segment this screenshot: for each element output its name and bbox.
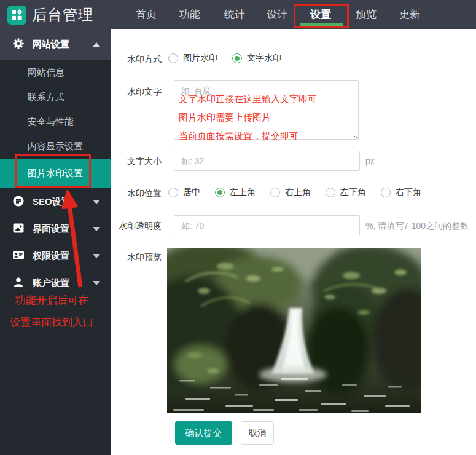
sidebar-item-website-info[interactable]: 网站信息 bbox=[0, 60, 111, 85]
sidebar-section-interface[interactable]: 界面设置 bbox=[0, 215, 111, 242]
user-icon bbox=[12, 276, 25, 290]
chevron-down-icon bbox=[93, 227, 100, 231]
logo-grid-gear-icon bbox=[7, 6, 26, 25]
radio-circle[interactable] bbox=[168, 53, 178, 63]
nav-home[interactable]: 首页 bbox=[136, 0, 157, 29]
watermark-preview-image bbox=[167, 248, 421, 413]
text-size-label: 文字大小 bbox=[111, 156, 162, 167]
app-title: 后台管理 bbox=[32, 5, 93, 25]
radio-label: 左下角 bbox=[340, 187, 366, 198]
radio-label: 居中 bbox=[183, 187, 200, 198]
nav-preview[interactable]: 预览 bbox=[356, 0, 377, 29]
watermark-text-label: 水印文字 bbox=[111, 87, 162, 98]
sidebar-item-contact[interactable]: 联系方式 bbox=[0, 85, 111, 109]
sidebar-item-content-display[interactable]: 内容显示设置 bbox=[0, 134, 111, 159]
annotation-note-line2: 设置里面找到入口 bbox=[10, 315, 93, 330]
radio-position-top-right[interactable]: 右上角 bbox=[270, 187, 311, 198]
topbar: 后台管理 首页 功能 统计 设计 设置 预览 更新 bbox=[0, 0, 476, 29]
cancel-button[interactable]: 取消 bbox=[241, 421, 274, 445]
radio-circle-checked[interactable] bbox=[215, 188, 225, 197]
radio-image-watermark[interactable]: 图片水印 bbox=[168, 53, 217, 64]
sidebar-section-seo[interactable]: SEO设置 bbox=[0, 188, 111, 215]
id-card-icon bbox=[12, 249, 25, 263]
sidebar-section-website-settings[interactable]: 网站设置 bbox=[0, 29, 111, 60]
radio-text-watermark[interactable]: 文字水印 bbox=[232, 53, 281, 64]
list-circle-icon bbox=[12, 195, 25, 209]
radio-label: 文字水印 bbox=[247, 53, 281, 64]
nav-statistics[interactable]: 统计 bbox=[224, 0, 245, 29]
submit-button[interactable]: 确认提交 bbox=[175, 421, 232, 445]
annotation-box-settings-nav bbox=[294, 4, 349, 28]
radio-circle[interactable] bbox=[326, 188, 335, 197]
opacity-hint: %, 请填写7-100之间的整数 bbox=[365, 221, 469, 232]
radio-circle[interactable] bbox=[168, 188, 178, 197]
nav-features[interactable]: 功能 bbox=[179, 0, 200, 29]
radio-label: 右下角 bbox=[396, 187, 421, 198]
radio-position-bottom-right[interactable]: 右下角 bbox=[381, 187, 421, 198]
radio-circle[interactable] bbox=[381, 188, 391, 197]
opacity-input[interactable] bbox=[174, 215, 360, 235]
gear-icon bbox=[12, 38, 25, 52]
chevron-down-icon bbox=[93, 200, 100, 204]
radio-position-center[interactable]: 居中 bbox=[168, 187, 200, 198]
watermark-settings-form: 水印方式 图片水印 文字水印 水印文字 文字水印直接在这里输入文字即可 图片水印… bbox=[111, 29, 476, 455]
radio-label: 左上角 bbox=[230, 187, 256, 198]
radio-position-bottom-left[interactable]: 左下角 bbox=[326, 187, 366, 198]
watermark-type-label: 水印方式 bbox=[111, 54, 162, 65]
sidebar-section-label: 账户设置 bbox=[33, 277, 69, 289]
sidebar-section-label: 界面设置 bbox=[33, 223, 69, 235]
radio-label: 图片水印 bbox=[183, 53, 217, 64]
radio-circle[interactable] bbox=[270, 188, 280, 197]
preview-label: 水印预览 bbox=[111, 252, 162, 263]
logo[interactable]: 后台管理 bbox=[7, 5, 93, 25]
picture-icon bbox=[12, 222, 25, 236]
admin-app: 后台管理 首页 功能 统计 设计 设置 预览 更新 bbox=[0, 0, 476, 455]
opacity-label: 水印透明度 bbox=[111, 221, 162, 232]
sidebar: 网站设置 网站信息 联系方式 安全与性能 内容显示设置 图片水印设置 SEO设置 bbox=[0, 29, 111, 455]
radio-label: 右上角 bbox=[285, 187, 311, 198]
text-size-input[interactable] bbox=[174, 151, 360, 171]
nav-design[interactable]: 设计 bbox=[267, 0, 287, 29]
watermark-text-input[interactable] bbox=[174, 80, 359, 140]
text-size-unit: px bbox=[365, 156, 375, 166]
radio-position-top-left[interactable]: 左上角 bbox=[215, 187, 256, 198]
sidebar-section-label: SEO设置 bbox=[33, 196, 71, 208]
sidebar-section-permissions[interactable]: 权限设置 bbox=[0, 242, 111, 269]
chevron-down-icon bbox=[93, 254, 100, 258]
radio-circle-checked[interactable] bbox=[232, 53, 242, 63]
chevron-up-icon bbox=[93, 42, 100, 47]
sidebar-section-label: 权限设置 bbox=[33, 250, 69, 262]
nav-update[interactable]: 更新 bbox=[399, 0, 420, 29]
sidebar-item-image-watermark[interactable]: 图片水印设置 bbox=[0, 159, 111, 188]
chevron-down-icon bbox=[93, 281, 100, 285]
position-label: 水印位置 bbox=[111, 188, 162, 199]
sidebar-section-label: 网站设置 bbox=[33, 39, 69, 50]
sidebar-section-account[interactable]: 账户设置 bbox=[0, 269, 111, 296]
annotation-note-line1: 功能开启后可在 bbox=[15, 293, 88, 307]
sidebar-item-security-performance[interactable]: 安全与性能 bbox=[0, 109, 111, 134]
